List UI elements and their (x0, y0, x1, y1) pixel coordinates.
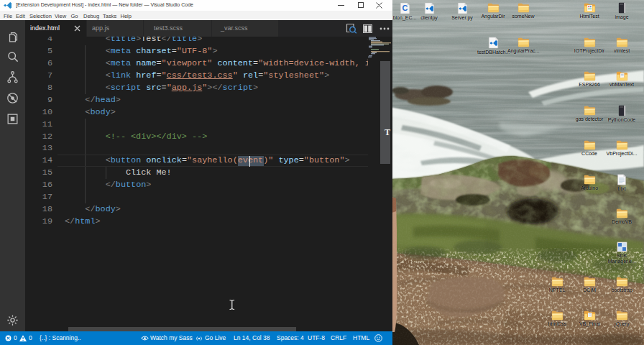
svg-text:C: C (402, 4, 408, 12)
